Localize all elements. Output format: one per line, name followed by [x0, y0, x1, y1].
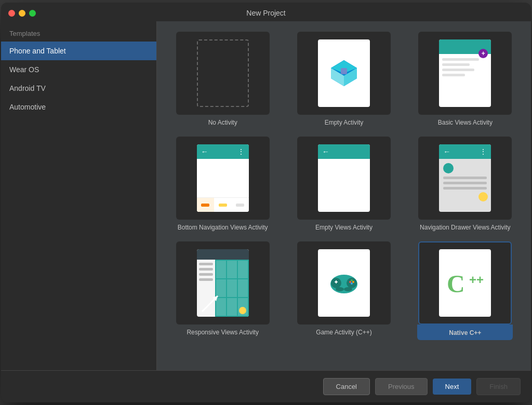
- native-cpp-label: Native C++: [449, 329, 481, 336]
- empty-activity-thumb: [297, 32, 391, 115]
- bottom-nav-bar: [197, 197, 249, 212]
- svg-point-15: [351, 279, 353, 281]
- dots-menu-icon: ⋮: [237, 147, 245, 156]
- previous-button[interactable]: Previous: [375, 378, 428, 395]
- grid-cell-8: [227, 298, 237, 316]
- responsive-views-top-bar: [197, 249, 249, 260]
- title-bar: New Project: [1, 3, 531, 21]
- templates-grid-area: No Activity: [157, 21, 531, 370]
- game-activity-cpp-label: Game Activity (C++): [316, 329, 371, 336]
- native-cpp-thumb-container: C ++: [418, 241, 512, 325]
- sidebar-item-android-tv[interactable]: Android TV: [1, 79, 156, 98]
- minimize-button[interactable]: [19, 10, 25, 17]
- nav-drawer-circle: [443, 163, 454, 173]
- nav-drawer-preview: ← ⋮: [439, 144, 491, 212]
- responsive-views-thumb-container: [176, 241, 270, 325]
- left-line-2: [199, 268, 213, 271]
- nav-drawer-thumb-container: ← ⋮: [418, 137, 512, 220]
- nav-drawer-top-bar: ← ⋮: [439, 144, 491, 159]
- template-basic-views-activity[interactable]: + Basic Views Activity: [410, 32, 521, 126]
- svg-point-13: [349, 281, 351, 283]
- tab-1: [197, 198, 214, 212]
- empty-views-back-icon: ←: [322, 147, 329, 156]
- nav-drawer-line-2: [443, 182, 487, 184]
- svg-rect-5: [341, 68, 347, 74]
- responsive-plus-badge: [239, 307, 246, 314]
- no-activity-preview: [197, 39, 249, 107]
- empty-views-activity-label: Empty Views Activity: [315, 224, 373, 231]
- svg-point-14: [352, 281, 354, 283]
- basic-views-content: [439, 54, 491, 83]
- template-empty-activity[interactable]: Empty Activity: [288, 32, 399, 126]
- bottom-nav-views-activity-label: Bottom Navigation Views Activity: [178, 224, 268, 231]
- sidebar: Templates Phone and Tablet Wear OS Andro…: [1, 21, 157, 370]
- cancel-button[interactable]: Cancel: [323, 378, 370, 395]
- sidebar-item-automotive[interactable]: Automotive: [1, 98, 156, 116]
- bottom-nav-thumb-container: ← ⋮: [176, 137, 270, 220]
- empty-activity-preview: [318, 39, 370, 107]
- nav-drawer-back-icon: ←: [443, 147, 450, 156]
- tab-3-indicator: [236, 204, 244, 207]
- sidebar-item-wear-os[interactable]: Wear OS: [1, 60, 156, 79]
- template-game-activity-cpp[interactable]: Game Activity (C++): [288, 241, 399, 340]
- native-cpp-selected-bar: Native C++: [417, 325, 513, 340]
- next-button[interactable]: Next: [433, 379, 472, 395]
- finish-button: Finish: [476, 378, 521, 395]
- basic-views-line-2: [442, 63, 470, 66]
- tab-2: [214, 198, 231, 212]
- template-native-cpp[interactable]: C ++ Native C++: [410, 241, 521, 340]
- nav-drawer-line-1: [443, 177, 487, 179]
- bottom-nav-content: [197, 159, 249, 167]
- nav-drawer-lines: [443, 177, 487, 192]
- svg-rect-12: [336, 280, 337, 284]
- templates-grid: No Activity: [167, 32, 521, 340]
- template-responsive-views-activity[interactable]: Responsive Views Activity: [167, 241, 278, 340]
- tab-1-indicator: [201, 204, 209, 207]
- nav-drawer-views-activity-label: Navigation Drawer Views Activity: [420, 224, 511, 231]
- sidebar-item-phone-tablet[interactable]: Phone and Tablet: [1, 42, 156, 60]
- grid-cell-6: [238, 279, 248, 297]
- template-bottom-nav-views-activity[interactable]: ← ⋮: [167, 137, 278, 231]
- gamepad-icon: [328, 267, 360, 299]
- svg-point-17: [336, 287, 344, 291]
- basic-views-line-3: [442, 69, 474, 71]
- basic-views-line-4: [442, 74, 465, 76]
- back-arrow-icon: ←: [201, 147, 208, 156]
- responsive-views-activity-label: Responsive Views Activity: [187, 329, 259, 336]
- responsive-views-preview: [197, 249, 249, 317]
- grid-cell-5: [227, 279, 237, 297]
- left-line-1: [199, 263, 213, 265]
- nav-drawer-line-3: [443, 187, 487, 190]
- grid-cell-2: [227, 261, 237, 278]
- tab-3: [231, 198, 248, 212]
- nav-drawer-dots-icon: ⋮: [480, 147, 487, 156]
- grid-cell-3: [238, 261, 248, 278]
- svg-point-16: [351, 282, 353, 285]
- dialog-footer: Cancel Previous Next Finish: [1, 370, 531, 402]
- basic-views-activity-label: Basic Views Activity: [438, 119, 493, 126]
- traffic-lights: [8, 10, 36, 17]
- cube-icon: [328, 58, 360, 89]
- dialog-title: New Project: [9, 9, 523, 17]
- svg-point-18: [344, 287, 352, 291]
- content-area: Templates Phone and Tablet Wear OS Andro…: [1, 21, 531, 370]
- template-no-activity[interactable]: No Activity: [167, 32, 278, 126]
- template-empty-views-activity[interactable]: ← Empty Views Activity: [288, 137, 399, 231]
- svg-text:C: C: [447, 270, 465, 298]
- empty-views-top-bar: ←: [318, 144, 370, 159]
- basic-views-preview: +: [439, 39, 491, 107]
- maximize-button[interactable]: [29, 10, 36, 17]
- basic-views-line-1: [442, 58, 478, 61]
- template-nav-drawer-views-activity[interactable]: ← ⋮ Navigation Drawer Vi: [410, 137, 521, 231]
- close-button[interactable]: [8, 10, 15, 17]
- nav-drawer-fab: [478, 192, 488, 201]
- left-line-3: [199, 273, 213, 276]
- tab-2-indicator: [219, 204, 227, 207]
- templates-section-label: Templates: [1, 21, 156, 42]
- bottom-nav-top-bar: ← ⋮: [197, 144, 249, 159]
- game-activity-preview: [318, 249, 370, 317]
- new-project-dialog: New Project Templates Phone and Tablet W…: [1, 3, 531, 402]
- svg-text:++: ++: [469, 273, 484, 287]
- bottom-nav-preview: ← ⋮: [197, 144, 249, 212]
- grid-cell-1: [216, 261, 226, 278]
